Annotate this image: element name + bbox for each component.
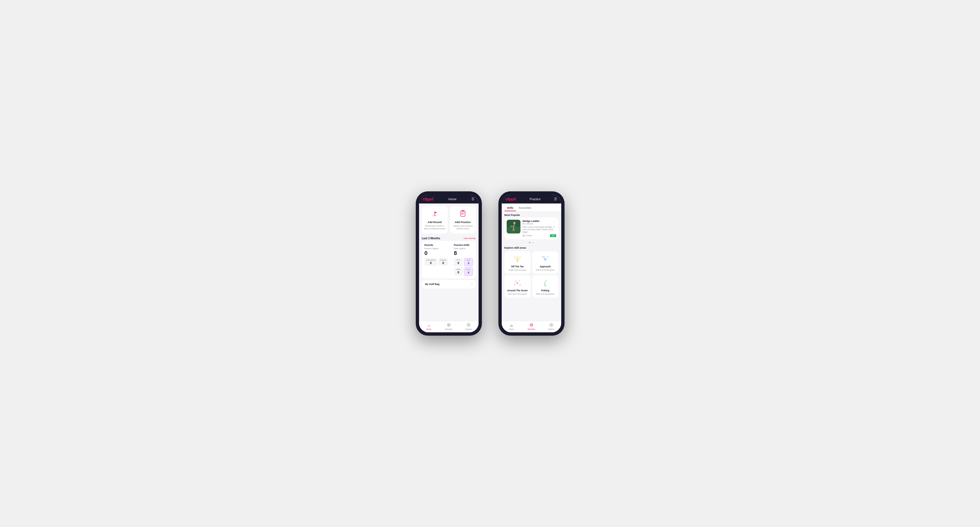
- drills-app-value: 4: [466, 262, 471, 265]
- add-practice-subtitle: Capture your practice off-the-course: [452, 225, 474, 230]
- carousel-dots: [502, 241, 561, 244]
- menu-icon-2[interactable]: ☰: [554, 197, 557, 201]
- capture-icon-1: [467, 323, 471, 328]
- drills-putt-box: PUTT 4: [464, 267, 473, 276]
- rounds-practice-value: 0: [440, 261, 446, 265]
- bottom-nav-2: ⌂ Home Activities: [502, 321, 561, 332]
- nav-capture-2[interactable]: Capture: [541, 323, 561, 330]
- svg-line-29: [517, 257, 520, 262]
- rounds-tournament-box: Tournament 0: [425, 258, 437, 266]
- rounds-practice-box: Practice 0: [438, 258, 448, 266]
- svg-point-46: [519, 280, 520, 281]
- tab-favourites[interactable]: Favourites: [516, 205, 534, 211]
- golf-bag-row[interactable]: My Golf Bag ›: [422, 280, 476, 289]
- svg-line-26: [515, 256, 517, 262]
- app-title-1: Home: [448, 197, 456, 201]
- explore-label: Explore skill areas: [502, 244, 561, 250]
- activities-icon-2: [530, 323, 533, 328]
- last-3-months-label: Last 3 Months: [422, 237, 440, 240]
- drill-footer: 9 shots APP: [523, 234, 556, 237]
- drill-star-icon[interactable]: ☆: [554, 220, 556, 222]
- tab-row: Drills Favourites: [502, 203, 561, 211]
- nav-home-2[interactable]: ⌂ Home: [502, 323, 522, 330]
- rounds-practice-label: Practice: [440, 259, 446, 261]
- drill-app-badge: APP: [550, 234, 556, 237]
- app-title-2: Practice: [530, 197, 541, 201]
- featured-drill-card[interactable]: Wedge Ladder ☆ 50–100 yds Play 1 shot at…: [504, 217, 558, 239]
- drill-yardage: 50–100 yds: [523, 222, 556, 225]
- add-round-icon: [431, 210, 439, 219]
- dot-1[interactable]: [529, 242, 530, 243]
- drills-putt-value: 4: [466, 271, 471, 274]
- svg-point-38: [542, 257, 543, 257]
- nav-activities-label-1: Activities: [445, 328, 453, 330]
- nav-capture-label-2: Capture: [548, 328, 555, 330]
- skill-off-the-tee[interactable]: Off The Tee Power and accuracy: [504, 251, 531, 274]
- add-practice-icon: [459, 210, 467, 219]
- skill-around-the-green[interactable]: Around The Green Hone your short game: [504, 275, 531, 298]
- nav-activities-label-2: Activities: [528, 328, 535, 330]
- skill-grid: Off The Tee Power and accuracy: [502, 250, 561, 300]
- drills-capture-label: Drills Capture: [454, 248, 473, 249]
- dot-3[interactable]: [533, 242, 534, 243]
- app-logo-2: clippd: [506, 197, 516, 201]
- nav-activities-2[interactable]: Activities: [522, 323, 541, 330]
- app-header-1: clippd Home ☰: [419, 195, 479, 203]
- off-the-tee-desc: Power and accuracy: [509, 269, 526, 271]
- nav-home-label-2: Home: [509, 328, 514, 330]
- drill-name: Wedge Ladder: [523, 220, 540, 222]
- view-activity-link[interactable]: View Activity: [463, 237, 476, 240]
- svg-point-30: [517, 261, 518, 262]
- main-content-2: Most Popular: [502, 211, 561, 321]
- svg-point-40: [548, 257, 548, 257]
- nav-activities-1[interactable]: Activities: [439, 323, 459, 330]
- app-header-2: clippd Practice ☰: [502, 195, 561, 203]
- skill-approach[interactable]: Approach Dial-in to hit the green: [532, 251, 558, 274]
- off-the-tee-icon: [511, 254, 523, 264]
- nav-home-label-1: Home: [426, 328, 431, 330]
- golf-bag-title: My Golf Bag: [425, 283, 440, 286]
- svg-line-28: [517, 256, 519, 262]
- svg-point-10: [448, 324, 449, 325]
- svg-point-53: [530, 324, 533, 326]
- add-round-card[interactable]: Add Round Record your shots in fast or e…: [422, 206, 448, 233]
- chevron-right-icon: ›: [471, 283, 472, 286]
- home-icon-1: ⌂: [428, 323, 430, 328]
- menu-icon-1[interactable]: ☰: [471, 197, 474, 201]
- svg-point-39: [544, 256, 544, 256]
- svg-point-54: [531, 324, 532, 325]
- putting-icon: [539, 278, 551, 288]
- svg-point-47: [520, 284, 520, 285]
- most-popular-label: Most Popular: [502, 211, 561, 217]
- off-the-tee-name: Off The Tee: [511, 265, 524, 268]
- bottom-nav-1: ⌂ Home Activities: [419, 321, 479, 332]
- drill-thumbnail: [507, 220, 520, 233]
- svg-point-3: [434, 211, 435, 212]
- svg-rect-5: [461, 210, 464, 211]
- drill-description: Play 1 shot at each target yardage. If y…: [523, 226, 556, 233]
- approach-name: Approach: [540, 265, 551, 268]
- rounds-tournament-value: 0: [426, 261, 436, 265]
- nav-home-1[interactable]: ⌂ Home: [419, 323, 439, 330]
- skill-putting[interactable]: Putting Make and lag practice: [532, 275, 558, 298]
- phone-2: clippd Practice ☰ Drills Favourites Most…: [498, 191, 565, 336]
- svg-point-31: [514, 257, 514, 257]
- add-practice-title: Add Practice: [455, 221, 471, 224]
- drill-info: Wedge Ladder ☆ 50–100 yds Play 1 shot at…: [523, 220, 556, 237]
- drills-grid: OTT 0 APP 4 ARG 0: [454, 258, 473, 276]
- rounds-total: 0: [425, 250, 448, 256]
- drills-app-label: APP: [466, 259, 471, 261]
- tab-drills[interactable]: Drills: [504, 205, 516, 211]
- around-the-green-desc: Hone your short game: [508, 293, 527, 295]
- phone-1: clippd Home ☰ Add Round: [416, 191, 482, 336]
- nav-capture-1[interactable]: Capture: [459, 323, 479, 330]
- capture-icon-2: [549, 323, 553, 328]
- putting-name: Putting: [541, 289, 549, 292]
- drills-arg-value: 0: [455, 271, 461, 274]
- approach-icon: [539, 254, 551, 264]
- add-practice-card[interactable]: Add Practice Capture your practice off-t…: [450, 206, 476, 233]
- stats-card: Rounds Rounds Capture 0 Tournament 0 Pra…: [422, 241, 476, 278]
- dot-2[interactable]: [531, 242, 532, 243]
- rounds-title: Rounds: [425, 244, 448, 246]
- around-the-green-icon: [511, 278, 523, 288]
